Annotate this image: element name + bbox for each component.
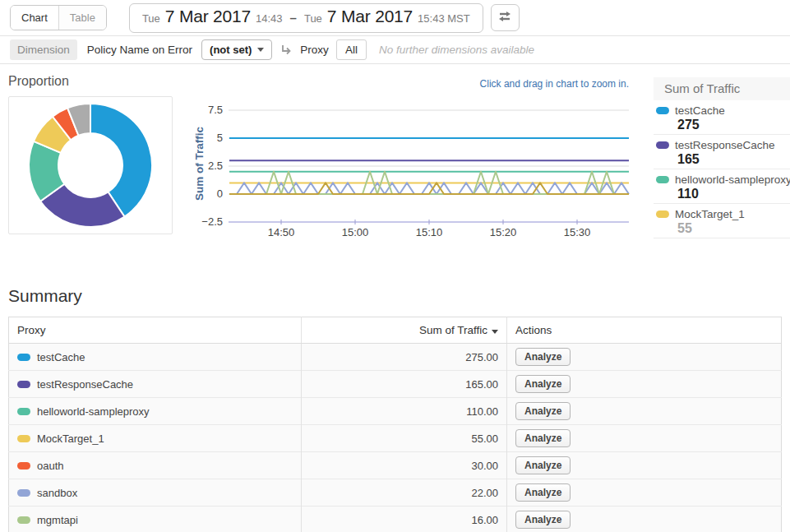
traffic-value: 110.00	[302, 398, 507, 425]
x-tick-label: 15:10	[416, 226, 443, 238]
series-name: testCache	[675, 104, 725, 117]
date-range-separator: –	[288, 11, 299, 25]
traffic-value: 22.00	[302, 479, 507, 507]
dimension-value-dropdown[interactable]: (not set)	[201, 39, 272, 60]
end-day: Tue	[304, 12, 322, 25]
table-header-row: Proxy Sum of Traffic Actions	[9, 317, 782, 344]
table-view-button[interactable]: Table	[58, 6, 106, 30]
column-header-traffic[interactable]: Sum of Traffic	[302, 317, 507, 344]
series-name: testResponseCache	[675, 139, 775, 151]
series-value: 165	[677, 152, 790, 167]
sort-desc-icon	[492, 330, 498, 334]
legend-item: helloworld-sampleproxy 110	[654, 169, 790, 204]
series-value: 55	[677, 221, 790, 236]
traffic-value: 165.00	[302, 371, 507, 398]
analyze-button[interactable]: Analyze	[515, 429, 571, 447]
refresh-button[interactable]	[491, 4, 520, 31]
series-color-swatch	[17, 516, 30, 524]
legend-title: Sum of Traffic	[654, 77, 790, 100]
y-tick-label: 7.5	[208, 104, 223, 116]
traffic-value: 275.00	[302, 344, 507, 371]
end-date: 7 Mar 2017	[327, 7, 413, 26]
analyze-button[interactable]: Analyze	[515, 483, 571, 502]
drilldown-dimension-label: Proxy	[300, 44, 329, 56]
chart-legend: Sum of Traffic testCache 275 testRespons…	[654, 77, 790, 238]
proxy-name: oauth	[37, 460, 64, 472]
start-day: Tue	[142, 12, 160, 25]
analyze-button[interactable]: Analyze	[515, 456, 571, 474]
refresh-icon	[497, 11, 512, 25]
proxy-name: MockTarget_1	[37, 433, 104, 445]
series-color-swatch	[17, 381, 30, 388]
proxy-name: mgmtapi	[37, 514, 78, 526]
y-tick-label: 0	[217, 187, 223, 200]
proportion-donut-chart[interactable]	[8, 96, 173, 234]
traffic-value: 55.00	[302, 425, 507, 452]
summary-title: Summary	[8, 286, 782, 306]
series-color-swatch	[17, 489, 30, 497]
dimension-bar: Dimension Policy Name on Error (not set)…	[0, 36, 790, 64]
table-row: testResponseCache165.00Analyze	[9, 371, 782, 398]
summary-section: Summary Proxy Sum of Traffic Actions tes…	[8, 286, 782, 532]
analyze-button[interactable]: Analyze	[515, 348, 571, 366]
analytics-dashboard: Chart Table Tue 7 Mar 2017 14:43 – Tue 7…	[0, 0, 790, 532]
table-row: oauth30.00Analyze	[9, 452, 782, 479]
proportion-title: Proportion	[8, 74, 69, 89]
chevron-down-icon	[257, 48, 264, 52]
series-color-swatch	[17, 462, 30, 470]
traffic-line-chart[interactable]: 7.552.50−2.514:5015:0015:1015:2015:30Sum…	[192, 81, 640, 245]
drilldown-filter-all[interactable]: All	[336, 39, 367, 60]
y-tick-label: 2.5	[208, 160, 223, 172]
analyze-button[interactable]: Analyze	[515, 375, 571, 393]
x-tick-label: 15:30	[564, 226, 591, 238]
series-line-sandbox	[229, 183, 629, 194]
series-color-swatch	[656, 176, 669, 183]
proxy-name: testResponseCache	[37, 378, 133, 391]
y-tick-label: 5	[217, 132, 223, 144]
table-row: sandbox22.00Analyze	[9, 479, 782, 507]
series-value: 275	[677, 118, 790, 132]
y-axis-label: Sum of Traffic	[193, 127, 206, 201]
series-color-swatch	[656, 107, 669, 114]
charts-section: Proportion Click and drag in chart to zo…	[0, 64, 790, 280]
series-value: 110	[677, 187, 790, 201]
analyze-button[interactable]: Analyze	[515, 402, 571, 420]
traffic-value: 16.00	[302, 507, 507, 532]
series-color-swatch	[17, 408, 30, 415]
view-toggle: Chart Table	[10, 5, 107, 30]
table-row: mgmtapi16.00Analyze	[9, 507, 782, 532]
drilldown-arrow-icon	[280, 44, 293, 56]
proxy-name: helloworld-sampleproxy	[37, 405, 150, 418]
analyze-button[interactable]: Analyze	[515, 511, 571, 529]
x-tick-label: 14:50	[268, 226, 295, 238]
summary-table: Proxy Sum of Traffic Actions testCache27…	[8, 317, 782, 532]
start-date: 7 Mar 2017	[165, 7, 251, 26]
series-color-swatch	[17, 354, 30, 361]
legend-item: testResponseCache 165	[654, 135, 790, 169]
top-toolbar: Chart Table Tue 7 Mar 2017 14:43 – Tue 7…	[0, 0, 790, 36]
series-name: helloworld-sampleproxy	[675, 173, 790, 186]
table-row: helloworld-sampleproxy110.00Analyze	[9, 398, 782, 425]
legend-item: testCache 275	[654, 100, 790, 135]
legend-item: MockTarget_1 55	[654, 204, 790, 238]
end-time: 15:43 MST	[418, 12, 470, 25]
date-range-picker[interactable]: Tue 7 Mar 2017 14:43 – Tue 7 Mar 2017 15…	[129, 3, 483, 33]
x-tick-label: 15:20	[490, 226, 517, 238]
y-tick-label: −2.5	[201, 215, 223, 228]
column-header-proxy[interactable]: Proxy	[9, 317, 302, 344]
dimension-name: Policy Name on Error	[87, 44, 192, 56]
dimension-value: (not set)	[210, 44, 252, 56]
proxy-name: testCache	[37, 351, 85, 363]
start-time: 14:43	[256, 12, 283, 25]
series-color-swatch	[656, 210, 669, 218]
chart-view-button[interactable]: Chart	[11, 6, 58, 30]
series-color-swatch	[656, 141, 669, 149]
proxy-name: sandbox	[37, 487, 77, 499]
table-row: testCache275.00Analyze	[9, 344, 782, 371]
column-header-actions: Actions	[507, 317, 782, 344]
dimension-label: Dimension	[10, 39, 77, 60]
x-tick-label: 15:00	[342, 226, 369, 238]
traffic-value: 30.00	[302, 452, 507, 479]
series-color-swatch	[17, 435, 30, 442]
donut-svg	[9, 97, 172, 234]
